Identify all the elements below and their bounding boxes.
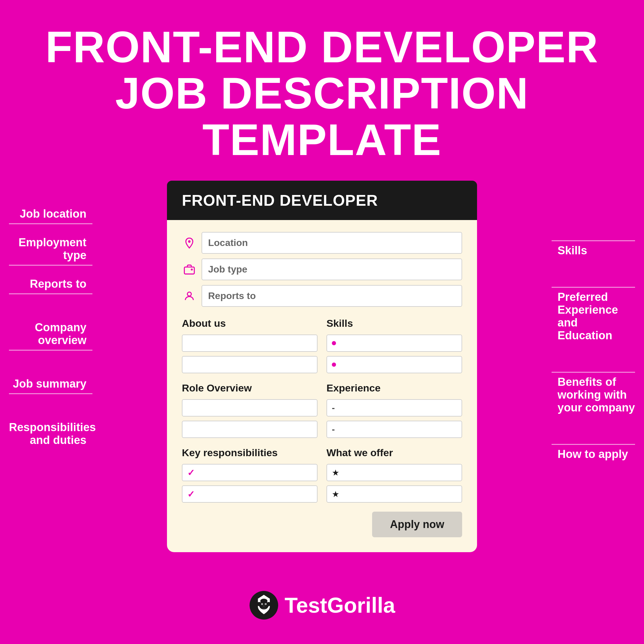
what-we-offer-col: What we offer ★ ★ (326, 447, 462, 503)
main-title: FRONT-END DEVELOPER JOB DESCRIPTION TEMP… (45, 24, 598, 163)
content-area: Job location Employment type Reports to … (0, 181, 644, 552)
check-mark-2: ✓ (187, 489, 195, 499)
reports-to-icon (182, 289, 197, 304)
apply-now-button[interactable]: Apply now (372, 512, 462, 537)
left-label-responsibilities: Responsibilities and duties (9, 421, 92, 450)
svg-rect-1 (184, 267, 194, 274)
footer: TestGorilla (0, 590, 644, 620)
brand-name: TestGorilla (285, 593, 395, 617)
right-label-benefits: Benefits of working with your company (552, 372, 635, 414)
bullet-dot-2 (332, 363, 336, 367)
key-responsibilities-label: Key responsibilities (182, 447, 318, 459)
about-us-field-2[interactable] (182, 356, 318, 373)
card-header: FRONT-END DEVELOPER (167, 181, 477, 220)
form-card: FRONT-END DEVELOPER Location (167, 181, 477, 552)
responsibilities-offer-section: Key responsibilities ✓ ✓ What we offer ★… (167, 447, 477, 503)
info-rows: Location Job type (167, 232, 477, 307)
offer-field-2[interactable]: ★ (326, 485, 462, 503)
bullet-dot-1 (332, 341, 336, 345)
about-us-field-1[interactable] (182, 335, 318, 352)
location-field[interactable]: Location (202, 232, 462, 254)
about-us-label: About us (182, 318, 318, 329)
location-icon (182, 236, 197, 250)
role-experience-section: Role Overview Experience - - (167, 382, 477, 438)
job-type-icon (182, 262, 197, 277)
skills-field-2[interactable] (326, 356, 462, 373)
experience-field-2[interactable]: - (326, 421, 462, 438)
svg-point-15 (260, 599, 267, 603)
offer-field-1[interactable]: ★ (326, 464, 462, 481)
role-overview-field-1[interactable] (182, 399, 318, 417)
experience-field-1[interactable]: - (326, 399, 462, 417)
svg-point-6 (257, 602, 261, 606)
skills-col: Skills (326, 318, 462, 373)
right-labels: Skills Preferred Experience and Educatio… (552, 240, 635, 463)
svg-point-11 (265, 604, 266, 605)
apply-area: Apply now (167, 512, 477, 537)
role-overview-field-2[interactable] (182, 421, 318, 438)
svg-point-13 (262, 606, 263, 607)
card-header-title: FRONT-END DEVELOPER (182, 191, 462, 209)
svg-point-14 (264, 606, 265, 607)
star-mark-1: ★ (332, 468, 339, 478)
about-us-col: About us (182, 318, 318, 373)
left-label-job-location: Job location (9, 208, 92, 224)
check-mark-1: ✓ (187, 467, 195, 478)
experience-col: Experience - - (326, 382, 462, 438)
left-label-reports-to: Reports to (9, 278, 92, 294)
skills-field-1[interactable] (326, 335, 462, 352)
responsibilities-field-1[interactable]: ✓ (182, 464, 318, 481)
about-skills-section: About us Skills (167, 318, 477, 373)
what-we-offer-label: What we offer (326, 447, 462, 459)
testgorilla-logo: TestGorilla (249, 590, 395, 620)
page-wrapper: FRONT-END DEVELOPER JOB DESCRIPTION TEMP… (0, 0, 644, 644)
right-label-preferred-exp: Preferred Experience and Education (552, 287, 635, 342)
job-type-row: Job type (182, 258, 462, 280)
svg-point-3 (187, 292, 191, 296)
reports-to-field[interactable]: Reports to (202, 285, 462, 307)
location-row: Location (182, 232, 462, 254)
reports-to-row: Reports to (182, 285, 462, 307)
svg-point-0 (188, 240, 191, 243)
skills-label: Skills (326, 318, 462, 329)
responsibilities-field-2[interactable]: ✓ (182, 485, 318, 503)
svg-point-2 (191, 268, 193, 270)
left-label-employment-type: Employment type (9, 236, 92, 266)
left-label-job-summary: Job summary (9, 377, 92, 394)
gorilla-icon (249, 590, 279, 620)
svg-point-10 (261, 604, 262, 605)
star-mark-2: ★ (332, 489, 339, 499)
role-overview-label: Role Overview (182, 382, 318, 394)
svg-point-7 (267, 602, 271, 606)
left-labels: Job location Employment type Reports to … (9, 208, 92, 452)
job-type-field[interactable]: Job type (202, 258, 462, 280)
right-label-skills: Skills (552, 240, 635, 257)
role-overview-col: Role Overview (182, 382, 318, 438)
key-responsibilities-col: Key responsibilities ✓ ✓ (182, 447, 318, 503)
left-label-company-overview: Company overview (9, 321, 92, 351)
experience-label: Experience (326, 382, 462, 394)
right-label-how-to-apply: How to apply (552, 444, 635, 461)
